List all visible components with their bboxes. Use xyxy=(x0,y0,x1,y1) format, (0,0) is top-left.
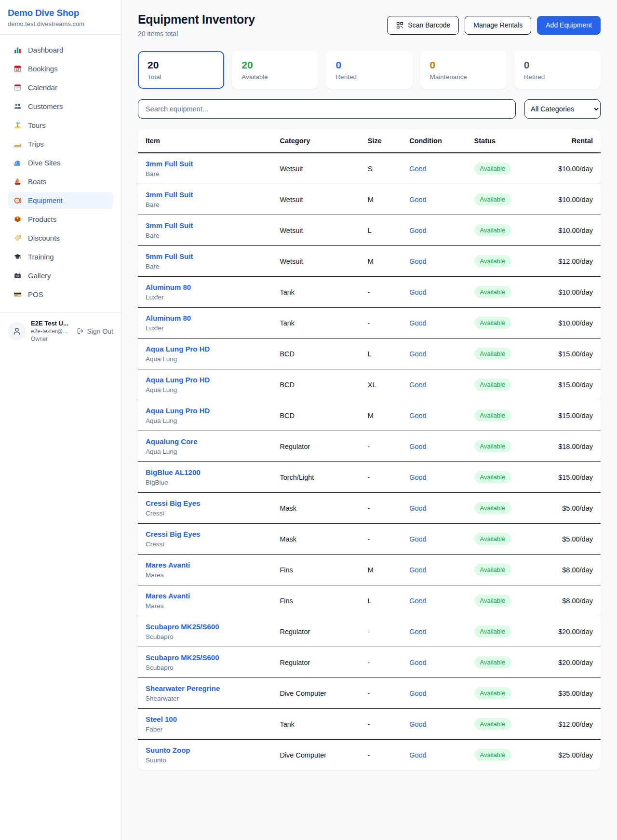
item-link[interactable]: Cressi Big Eyes xyxy=(146,499,264,507)
sidebar-item-bookings[interactable]: 17Bookings xyxy=(8,60,113,77)
condition-link[interactable]: Good xyxy=(409,751,426,759)
search-input[interactable] xyxy=(138,99,516,119)
sidebar-item-products[interactable]: Products xyxy=(8,211,113,228)
condition-link[interactable]: Good xyxy=(409,690,426,697)
item-link[interactable]: Mares Avanti xyxy=(146,592,264,600)
item-link[interactable]: Scubapro MK25/S600 xyxy=(146,653,264,662)
condition-cell: Good xyxy=(402,369,466,400)
table-row: Aqualung Core Aqua Lung Regulator - Good… xyxy=(138,431,601,462)
item-link[interactable]: 3mm Full Suit xyxy=(146,221,264,230)
category-cell: Torch/Light xyxy=(272,462,360,493)
condition-link[interactable]: Good xyxy=(409,165,426,173)
sidebar-item-customers[interactable]: Customers xyxy=(8,98,113,115)
bar-chart-icon xyxy=(13,46,22,54)
item-brand: Aqua Lung xyxy=(146,355,264,363)
bookings-calendar-icon: 17 xyxy=(13,65,22,73)
sidebar-item-discounts[interactable]: Discounts xyxy=(8,230,113,246)
status-badge: Available xyxy=(474,595,511,607)
filters-row: All Categories xyxy=(138,99,601,119)
condition-link[interactable]: Good xyxy=(409,659,426,666)
condition-link[interactable]: Good xyxy=(409,381,426,389)
sidebar-item-calendar[interactable]: Calendar xyxy=(8,79,113,96)
rental-price: $20.00/day xyxy=(545,616,601,647)
sidebar-item-label: Dive Sites xyxy=(28,159,61,167)
condition-link[interactable]: Good xyxy=(409,535,426,543)
size-cell: M xyxy=(360,246,402,277)
add-equipment-button[interactable]: Add Equipment xyxy=(537,16,601,35)
item-link[interactable]: Shearwater Peregrine xyxy=(146,684,264,692)
condition-link[interactable]: Good xyxy=(409,288,426,296)
sign-out-button[interactable]: Sign Out xyxy=(76,327,113,335)
item-link[interactable]: Aqualung Core xyxy=(146,437,264,446)
stat-card-total[interactable]: 20Total xyxy=(138,51,224,89)
condition-link[interactable]: Good xyxy=(409,628,426,636)
condition-link[interactable]: Good xyxy=(409,319,426,327)
item-link[interactable]: Steel 100 xyxy=(146,715,264,723)
sidebar-item-pos[interactable]: POS xyxy=(8,286,113,303)
dive-mask-icon xyxy=(13,196,22,204)
manage-rentals-button[interactable]: Manage Rentals xyxy=(465,16,531,35)
condition-link[interactable]: Good xyxy=(409,504,426,512)
size-cell: XL xyxy=(360,369,402,400)
condition-link[interactable]: Good xyxy=(409,350,426,358)
rental-price: $18.00/day xyxy=(545,431,601,462)
stat-card-available[interactable]: 20Available xyxy=(232,51,318,89)
sidebar-item-equipment[interactable]: Equipment xyxy=(8,192,113,209)
condition-link[interactable]: Good xyxy=(409,227,426,234)
condition-cell: Good xyxy=(402,184,466,215)
graduation-cap-icon xyxy=(13,253,22,261)
sidebar-item-dive-sites[interactable]: Dive Sites xyxy=(8,154,113,171)
item-link[interactable]: Aluminum 80 xyxy=(146,314,264,322)
rental-price: $10.00/day xyxy=(545,153,601,184)
item-link[interactable]: 5mm Full Suit xyxy=(146,252,264,260)
item-cell: Mares Avanti Mares xyxy=(138,585,272,616)
sidebar-item-boats[interactable]: Boats xyxy=(8,173,113,190)
item-brand: Bare xyxy=(146,232,264,239)
sidebar-item-trips[interactable]: Trips xyxy=(8,135,113,152)
stat-card-rented[interactable]: 0Rented xyxy=(326,51,412,89)
rental-price: $15.00/day xyxy=(545,400,601,431)
rental-price: $10.00/day xyxy=(545,215,601,246)
condition-link[interactable]: Good xyxy=(409,196,426,203)
status-cell: Available xyxy=(467,369,545,400)
category-cell: Wetsuit xyxy=(272,215,360,246)
stat-card-retired[interactable]: 0Retired xyxy=(514,51,601,89)
scan-barcode-button[interactable]: Scan Barcode xyxy=(387,16,459,35)
sidebar-item-dashboard[interactable]: Dashboard xyxy=(8,41,113,58)
sidebar-item-label: Customers xyxy=(28,102,63,110)
sidebar-item-tours[interactable]: Tours xyxy=(8,117,113,134)
item-link[interactable]: Aqua Lung Pro HD xyxy=(146,376,264,384)
item-link[interactable]: Mares Avanti xyxy=(146,561,264,569)
condition-link[interactable]: Good xyxy=(409,257,426,265)
item-link[interactable]: Suunto Zoop xyxy=(146,746,264,754)
status-badge: Available xyxy=(474,348,511,360)
item-link[interactable]: 3mm Full Suit xyxy=(146,190,264,199)
item-link[interactable]: Aqua Lung Pro HD xyxy=(146,406,264,415)
item-brand: Cressi xyxy=(146,541,264,548)
item-link[interactable]: Scubapro MK25/S600 xyxy=(146,623,264,631)
condition-link[interactable]: Good xyxy=(409,597,426,605)
item-link[interactable]: Cressi Big Eyes xyxy=(146,530,264,538)
item-brand: Mares xyxy=(146,571,264,579)
item-link[interactable]: Aluminum 80 xyxy=(146,283,264,291)
table-body: 3mm Full Suit Bare Wetsuit S Good Availa… xyxy=(138,153,601,770)
camera-icon xyxy=(13,271,22,280)
condition-link[interactable]: Good xyxy=(409,474,426,481)
sidebar-item-training[interactable]: Training xyxy=(8,248,113,265)
condition-link[interactable]: Good xyxy=(409,412,426,420)
item-link[interactable]: BigBlue AL1200 xyxy=(146,468,264,476)
status-badge: Available xyxy=(474,718,511,730)
stat-value: 0 xyxy=(335,59,402,71)
sidebar-item-gallery[interactable]: Gallery xyxy=(8,267,113,284)
condition-link[interactable]: Good xyxy=(409,720,426,728)
condition-link[interactable]: Good xyxy=(409,443,426,450)
status-badge: Available xyxy=(474,533,511,545)
item-link[interactable]: 3mm Full Suit xyxy=(146,160,264,168)
category-select[interactable]: All Categories xyxy=(524,99,601,119)
header-actions: Scan BarcodeManage RentalsAdd Equipment xyxy=(387,16,601,35)
item-link[interactable]: Aqua Lung Pro HD xyxy=(146,345,264,353)
condition-cell: Good xyxy=(402,246,466,277)
condition-link[interactable]: Good xyxy=(409,566,426,574)
stat-card-maintenance[interactable]: 0Maintenance xyxy=(420,51,507,89)
status-cell: Available xyxy=(467,308,545,339)
